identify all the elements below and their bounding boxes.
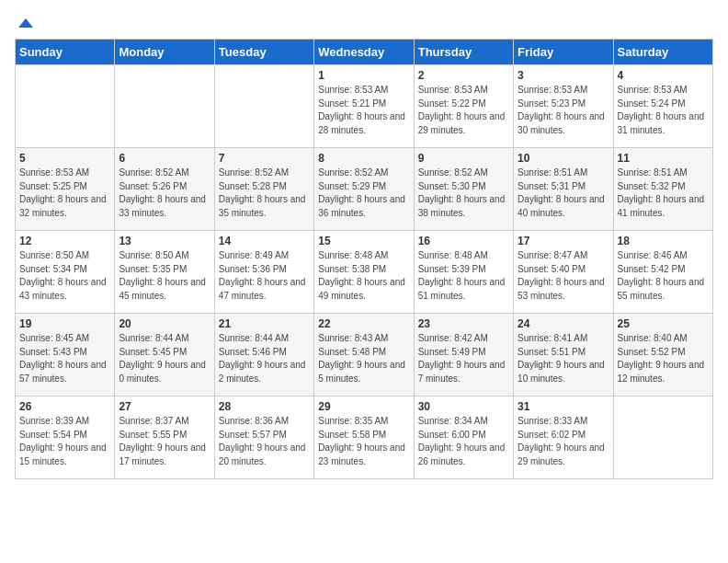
day-number: 27 <box>119 400 210 413</box>
day-number: 18 <box>618 235 709 247</box>
day-number: 11 <box>618 152 709 165</box>
calendar-cell: 10Sunrise: 8:51 AM Sunset: 5:31 PM Dayli… <box>514 148 613 231</box>
cell-info: Sunrise: 8:37 AM Sunset: 5:55 PM Dayligh… <box>119 415 210 468</box>
day-number: 19 <box>19 317 110 330</box>
day-number: 5 <box>19 152 110 165</box>
calendar-cell: 21Sunrise: 8:44 AM Sunset: 5:46 PM Dayli… <box>214 314 313 396</box>
calendar-cell: 26Sunrise: 8:39 AM Sunset: 5:54 PM Dayli… <box>16 396 115 479</box>
cell-info: Sunrise: 8:42 AM Sunset: 5:49 PM Dayligh… <box>418 332 509 385</box>
cell-info: Sunrise: 8:51 AM Sunset: 5:32 PM Dayligh… <box>618 167 709 220</box>
cell-info: Sunrise: 8:45 AM Sunset: 5:43 PM Dayligh… <box>19 332 110 385</box>
calendar-cell: 20Sunrise: 8:44 AM Sunset: 5:45 PM Dayli… <box>115 314 214 396</box>
calendar-table: SundayMondayTuesdayWednesdayThursdayFrid… <box>15 39 713 479</box>
week-row-4: 19Sunrise: 8:45 AM Sunset: 5:43 PM Dayli… <box>16 314 713 396</box>
day-number: 21 <box>219 317 310 330</box>
week-row-3: 12Sunrise: 8:50 AM Sunset: 5:34 PM Dayli… <box>16 231 713 314</box>
day-number: 8 <box>318 152 409 165</box>
day-number: 6 <box>119 152 210 165</box>
calendar-cell: 24Sunrise: 8:41 AM Sunset: 5:51 PM Dayli… <box>514 314 613 396</box>
day-number: 23 <box>418 317 509 330</box>
day-header-saturday: Saturday <box>613 40 712 65</box>
cell-info: Sunrise: 8:35 AM Sunset: 5:58 PM Dayligh… <box>318 415 409 468</box>
cell-info: Sunrise: 8:53 AM Sunset: 5:23 PM Dayligh… <box>518 84 609 137</box>
calendar-cell: 31Sunrise: 8:33 AM Sunset: 6:02 PM Dayli… <box>514 396 613 479</box>
day-number: 29 <box>318 400 409 413</box>
cell-info: Sunrise: 8:44 AM Sunset: 5:46 PM Dayligh… <box>219 332 310 385</box>
calendar-cell: 7Sunrise: 8:52 AM Sunset: 5:28 PM Daylig… <box>214 148 313 231</box>
day-number: 20 <box>119 317 210 330</box>
calendar-cell: 29Sunrise: 8:35 AM Sunset: 5:58 PM Dayli… <box>314 396 414 479</box>
calendar-cell: 28Sunrise: 8:36 AM Sunset: 5:57 PM Dayli… <box>214 396 313 479</box>
calendar-cell: 1Sunrise: 8:53 AM Sunset: 5:21 PM Daylig… <box>314 65 414 148</box>
calendar-cell <box>16 65 115 148</box>
day-number: 16 <box>418 235 509 247</box>
calendar-cell: 11Sunrise: 8:51 AM Sunset: 5:32 PM Dayli… <box>613 148 712 231</box>
calendar-cell: 17Sunrise: 8:47 AM Sunset: 5:40 PM Dayli… <box>514 231 613 314</box>
cell-info: Sunrise: 8:43 AM Sunset: 5:48 PM Dayligh… <box>318 332 409 385</box>
calendar-cell <box>613 396 712 479</box>
cell-info: Sunrise: 8:52 AM Sunset: 5:30 PM Dayligh… <box>418 167 509 220</box>
cell-info: Sunrise: 8:52 AM Sunset: 5:29 PM Dayligh… <box>318 167 409 220</box>
calendar-cell: 15Sunrise: 8:48 AM Sunset: 5:38 PM Dayli… <box>314 231 414 314</box>
calendar-cell: 9Sunrise: 8:52 AM Sunset: 5:30 PM Daylig… <box>414 148 513 231</box>
logo <box>15 15 35 29</box>
cell-info: Sunrise: 8:36 AM Sunset: 5:57 PM Dayligh… <box>219 415 310 468</box>
day-number: 30 <box>418 400 509 413</box>
cell-info: Sunrise: 8:53 AM Sunset: 5:22 PM Dayligh… <box>418 84 509 137</box>
cell-info: Sunrise: 8:50 AM Sunset: 5:34 PM Dayligh… <box>19 249 110 303</box>
calendar-cell: 3Sunrise: 8:53 AM Sunset: 5:23 PM Daylig… <box>514 65 613 148</box>
cell-info: Sunrise: 8:53 AM Sunset: 5:24 PM Dayligh… <box>618 84 709 137</box>
calendar-cell: 27Sunrise: 8:37 AM Sunset: 5:55 PM Dayli… <box>115 396 214 479</box>
day-number: 25 <box>618 317 709 330</box>
cell-info: Sunrise: 8:49 AM Sunset: 5:36 PM Dayligh… <box>219 249 310 303</box>
cell-info: Sunrise: 8:52 AM Sunset: 5:28 PM Dayligh… <box>219 167 310 220</box>
cell-info: Sunrise: 8:44 AM Sunset: 5:45 PM Dayligh… <box>119 332 210 385</box>
day-number: 3 <box>518 69 609 82</box>
day-number: 22 <box>318 317 409 330</box>
cell-info: Sunrise: 8:41 AM Sunset: 5:51 PM Dayligh… <box>518 332 609 385</box>
calendar-cell: 8Sunrise: 8:52 AM Sunset: 5:29 PM Daylig… <box>314 148 414 231</box>
calendar-cell: 25Sunrise: 8:40 AM Sunset: 5:52 PM Dayli… <box>613 314 712 396</box>
day-number: 1 <box>318 69 409 82</box>
cell-info: Sunrise: 8:40 AM Sunset: 5:52 PM Dayligh… <box>618 332 709 385</box>
day-number: 13 <box>119 235 210 247</box>
calendar-cell: 16Sunrise: 8:48 AM Sunset: 5:39 PM Dayli… <box>414 231 513 314</box>
cell-info: Sunrise: 8:48 AM Sunset: 5:38 PM Dayligh… <box>318 249 409 303</box>
calendar-cell: 30Sunrise: 8:34 AM Sunset: 6:00 PM Dayli… <box>414 396 513 479</box>
calendar-cell: 23Sunrise: 8:42 AM Sunset: 5:49 PM Dayli… <box>414 314 513 396</box>
cell-info: Sunrise: 8:51 AM Sunset: 5:31 PM Dayligh… <box>518 167 609 220</box>
cell-info: Sunrise: 8:48 AM Sunset: 5:39 PM Dayligh… <box>418 249 509 303</box>
calendar-cell: 19Sunrise: 8:45 AM Sunset: 5:43 PM Dayli… <box>16 314 115 396</box>
calendar-cell: 2Sunrise: 8:53 AM Sunset: 5:22 PM Daylig… <box>414 65 513 148</box>
day-number: 14 <box>219 235 310 247</box>
day-number: 7 <box>219 152 310 165</box>
calendar-cell <box>214 65 313 148</box>
cell-info: Sunrise: 8:53 AM Sunset: 5:21 PM Dayligh… <box>318 84 409 137</box>
week-row-2: 5Sunrise: 8:53 AM Sunset: 5:25 PM Daylig… <box>16 148 713 231</box>
calendar-cell: 6Sunrise: 8:52 AM Sunset: 5:26 PM Daylig… <box>115 148 214 231</box>
week-row-1: 1Sunrise: 8:53 AM Sunset: 5:21 PM Daylig… <box>16 65 713 148</box>
calendar-cell: 5Sunrise: 8:53 AM Sunset: 5:25 PM Daylig… <box>16 148 115 231</box>
cell-info: Sunrise: 8:33 AM Sunset: 6:02 PM Dayligh… <box>518 415 609 468</box>
cell-info: Sunrise: 8:34 AM Sunset: 6:00 PM Dayligh… <box>418 415 509 468</box>
calendar-cell: 12Sunrise: 8:50 AM Sunset: 5:34 PM Dayli… <box>16 231 115 314</box>
day-header-wednesday: Wednesday <box>314 40 414 65</box>
day-number: 15 <box>318 235 409 247</box>
day-number: 2 <box>418 69 509 82</box>
calendar-cell: 4Sunrise: 8:53 AM Sunset: 5:24 PM Daylig… <box>613 65 712 148</box>
day-header-thursday: Thursday <box>414 40 513 65</box>
day-number: 24 <box>518 317 609 330</box>
calendar-cell <box>115 65 214 148</box>
header-row: SundayMondayTuesdayWednesdayThursdayFrid… <box>16 40 713 65</box>
cell-info: Sunrise: 8:53 AM Sunset: 5:25 PM Dayligh… <box>19 167 110 220</box>
day-number: 17 <box>518 235 609 247</box>
logo-arrow-icon <box>17 15 35 33</box>
calendar-cell: 14Sunrise: 8:49 AM Sunset: 5:36 PM Dayli… <box>214 231 313 314</box>
page-header <box>15 15 713 29</box>
week-row-5: 26Sunrise: 8:39 AM Sunset: 5:54 PM Dayli… <box>16 396 713 479</box>
cell-info: Sunrise: 8:39 AM Sunset: 5:54 PM Dayligh… <box>19 415 110 468</box>
cell-info: Sunrise: 8:46 AM Sunset: 5:42 PM Dayligh… <box>618 249 709 303</box>
cell-info: Sunrise: 8:47 AM Sunset: 5:40 PM Dayligh… <box>518 249 609 303</box>
day-number: 4 <box>618 69 709 82</box>
day-header-friday: Friday <box>514 40 613 65</box>
